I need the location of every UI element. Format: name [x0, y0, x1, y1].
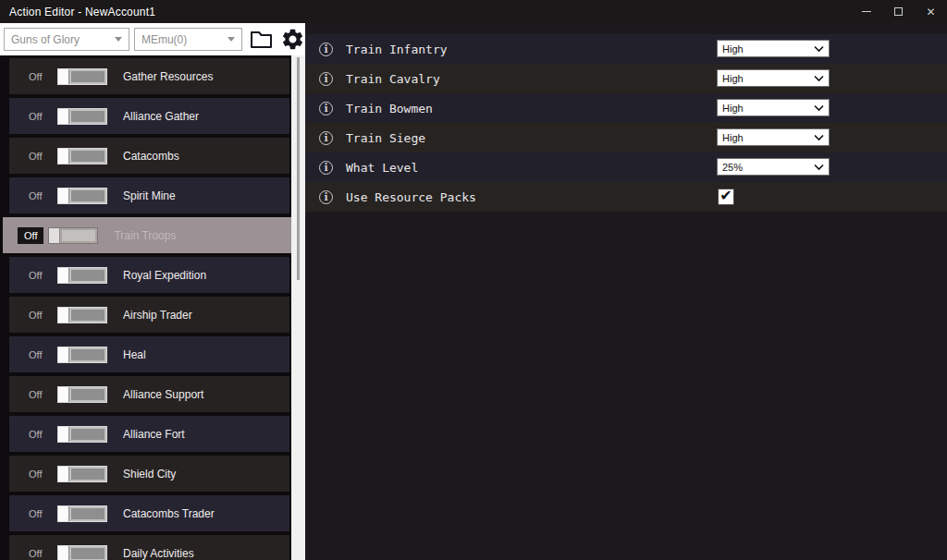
sidebar-item-label: Gather Resources [123, 70, 213, 83]
settings-rows: iTrain InfantryHighiTrain CavalryHighiTr… [305, 34, 947, 212]
toggle-state-label: Off [29, 310, 49, 321]
toggle-switch[interactable] [57, 505, 107, 522]
toggle-state-label: Off [29, 389, 49, 400]
toggle-switch[interactable] [57, 148, 107, 164]
sidebar-item-spirit-mine[interactable]: OffSpirit Mine [9, 177, 289, 213]
info-icon[interactable]: i [319, 190, 333, 204]
toggle-state-label: Off [29, 270, 49, 281]
settings-button[interactable] [280, 27, 305, 52]
select-value: High [718, 103, 814, 114]
select-value: High [718, 73, 814, 84]
sidebar-scrollbar[interactable] [291, 55, 305, 560]
sidebar-item-label: Airship Trader [123, 309, 192, 322]
setting-label: Train Infantry [346, 43, 448, 56]
toggle-switch[interactable] [57, 188, 107, 204]
info-icon[interactable]: i [319, 102, 333, 116]
sidebar-item-label: Catacombs [123, 150, 179, 163]
settings-row-train-bowmen: iTrain BowmenHigh [305, 93, 947, 123]
checkmark-icon: ✔ [719, 189, 732, 203]
toggle-state-label: Off [29, 548, 49, 559]
train-cavalry-select[interactable]: High [717, 69, 830, 87]
toggle-switch[interactable] [48, 227, 98, 244]
toggle-switch[interactable] [57, 68, 107, 85]
toggle-handle [58, 308, 69, 323]
toggle-handle [58, 149, 69, 164]
chevron-down-icon [814, 75, 824, 82]
toggle-track [69, 268, 106, 283]
sidebar-item-gather-resources[interactable]: OffGather Resources [9, 58, 289, 94]
select-value: High [718, 43, 814, 55]
toggle-state-label: Off [29, 508, 49, 519]
sidebar-item-daily-activities[interactable]: OffDaily Activities [9, 535, 289, 560]
what-level-select[interactable]: 25% [717, 158, 830, 176]
setting-label: Train Bowmen [346, 102, 433, 116]
toggle-track [69, 308, 106, 323]
toggle-state-label: Off [29, 349, 49, 360]
toggle-track [69, 506, 106, 521]
toggle-switch[interactable] [57, 386, 107, 403]
toggle-handle [58, 506, 69, 521]
settings-panel: iTrain InfantryHighiTrain CavalryHighiTr… [305, 23, 947, 560]
select-value: High [718, 132, 814, 143]
settings-row-what-level: iWhat Level25% [305, 152, 947, 182]
scrollbar-thumb[interactable] [297, 57, 300, 280]
toggle-switch[interactable] [57, 347, 107, 363]
train-bowmen-select[interactable]: High [717, 99, 830, 116]
toggle-handle [58, 69, 69, 84]
use-resource-packs-checkbox[interactable]: ✔ [718, 189, 734, 205]
toggle-switch[interactable] [57, 267, 107, 284]
minimize-icon [862, 11, 871, 12]
setting-label: Use Resource Packs [346, 190, 476, 204]
toggle-switch[interactable] [57, 426, 107, 443]
sidebar-item-label: Alliance Support [123, 388, 203, 401]
gear-icon [280, 27, 305, 52]
sidebar-item-alliance-support[interactable]: OffAlliance Support [9, 376, 289, 412]
setting-label: Train Siege [346, 131, 425, 145]
chevron-down-icon [814, 134, 824, 141]
sidebar-item-catacombs-trader[interactable]: OffCatacombs Trader [9, 495, 289, 531]
train-siege-select[interactable]: High [717, 128, 830, 146]
sidebar-item-shield-city[interactable]: OffShield City [9, 456, 289, 492]
game-select-value: Guns of Glory [11, 33, 111, 46]
toggle-switch[interactable] [57, 466, 107, 482]
setting-label: Train Cavalry [346, 72, 440, 86]
toggle-handle [58, 427, 69, 442]
toggle-track [69, 347, 106, 362]
toggle-state-label: Off [29, 190, 49, 201]
game-select[interactable]: Guns of Glory [4, 28, 129, 51]
window-title: Action Editor - NewAccount1 [0, 6, 155, 18]
toggle-track [69, 387, 106, 402]
toggle-handle [58, 467, 69, 481]
sidebar-item-label: Train Troops [114, 229, 176, 242]
sidebar-item-royal-expedition[interactable]: OffRoyal Expedition [9, 257, 289, 293]
toggle-track [69, 189, 106, 203]
sidebar-item-airship-trader[interactable]: OffAirship Trader [9, 297, 289, 333]
sidebar-item-heal[interactable]: OffHeal [9, 336, 289, 372]
toggle-track [69, 427, 106, 442]
sidebar-item-alliance-fort[interactable]: OffAlliance Fort [9, 416, 289, 452]
open-folder-button[interactable] [250, 30, 273, 49]
chevron-down-icon [814, 164, 824, 171]
info-icon[interactable]: i [319, 131, 333, 145]
emulator-select[interactable]: MEmu(0) [134, 28, 242, 51]
close-button[interactable]: ✕ [915, 0, 947, 23]
train-infantry-select[interactable]: High [717, 40, 830, 57]
info-icon[interactable]: i [319, 72, 333, 86]
toggle-switch[interactable] [57, 545, 107, 560]
toggle-switch[interactable] [57, 307, 107, 323]
toolbar: Guns of Glory MEmu(0) [0, 23, 305, 55]
sidebar-item-catacombs[interactable]: OffCatacombs [9, 138, 289, 174]
sidebar-item-train-troops[interactable]: OffTrain Troops [3, 217, 291, 253]
info-icon[interactable]: i [319, 43, 333, 56]
maximize-button[interactable] [882, 0, 915, 23]
toggle-switch[interactable] [57, 108, 107, 125]
sidebar-item-alliance-gather[interactable]: OffAlliance Gather [9, 98, 289, 134]
settings-row-train-siege: iTrain SiegeHigh [305, 123, 947, 152]
minimize-button[interactable] [850, 0, 882, 23]
settings-row-train-cavalry: iTrain CavalryHigh [305, 64, 947, 93]
toggle-handle [58, 268, 69, 283]
emulator-select-value: MEmu(0) [141, 33, 224, 46]
info-icon[interactable]: i [319, 161, 333, 175]
sidebar-item-label: Daily Activities [123, 547, 194, 560]
toggle-state-label: Off [29, 151, 49, 162]
